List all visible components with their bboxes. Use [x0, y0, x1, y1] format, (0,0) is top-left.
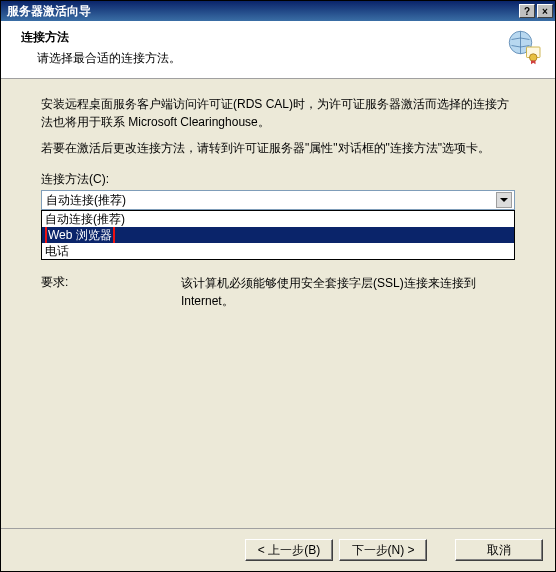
help-button[interactable]: ?	[519, 4, 535, 18]
info-paragraph-1: 安装远程桌面服务客户端访问许可证(RDS CAL)时，为许可证服务器激活而选择的…	[41, 95, 515, 131]
combo-selected-text: 自动连接(推荐)	[44, 192, 126, 209]
header-title: 连接方法	[21, 29, 181, 46]
wizard-header: 连接方法 请选择最合适的连接方法。	[1, 21, 555, 79]
wizard-body: 安装远程桌面服务客户端访问许可证(RDS CAL)时，为许可证服务器激活而选择的…	[1, 79, 555, 528]
titlebar: 服务器激活向导 ? ×	[1, 1, 555, 21]
window-buttons: ? ×	[519, 4, 553, 18]
svg-point-2	[530, 54, 538, 62]
option-web-browser[interactable]: Web 浏览器	[42, 227, 514, 243]
header-subtitle: 请选择最合适的连接方法。	[21, 50, 181, 67]
back-button[interactable]: < 上一步(B)	[245, 539, 333, 561]
info-paragraph-2: 若要在激活后更改连接方法，请转到许可证服务器"属性"对话框的"连接方法"选项卡。	[41, 139, 515, 157]
wizard-footer: < 上一步(B) 下一步(N) > 取消	[1, 528, 555, 571]
cancel-button[interactable]: 取消	[455, 539, 543, 561]
button-gap	[433, 539, 449, 561]
option-auto-connect[interactable]: 自动连接(推荐)	[42, 211, 514, 227]
connection-method-label: 连接方法(C):	[41, 171, 515, 188]
option-phone[interactable]: 电话	[42, 243, 514, 259]
chevron-down-icon	[500, 196, 508, 204]
window-title: 服务器激活向导	[7, 3, 91, 20]
header-text: 连接方法 请选择最合适的连接方法。	[21, 29, 181, 67]
requirements-row: 要求: 该计算机必须能够使用安全套接字层(SSL)连接来连接到 Internet…	[41, 274, 515, 310]
certificate-icon	[507, 29, 543, 68]
connection-method-combo-wrap: 自动连接(推荐) 自动连接(推荐) Web 浏览器 电话	[41, 190, 515, 210]
combo-dropdown-button[interactable]	[496, 192, 512, 208]
close-button[interactable]: ×	[537, 4, 553, 18]
requirements-text: 该计算机必须能够使用安全套接字层(SSL)连接来连接到 Internet。	[181, 274, 515, 310]
wizard-window: 服务器激活向导 ? × 连接方法 请选择最合适的连接方法。 安装远程桌面服务客户…	[0, 0, 556, 572]
requirements-label: 要求:	[41, 274, 181, 310]
next-button[interactable]: 下一步(N) >	[339, 539, 427, 561]
connection-method-dropdown: 自动连接(推荐) Web 浏览器 电话	[41, 210, 515, 260]
connection-method-combobox[interactable]: 自动连接(推荐)	[41, 190, 515, 210]
